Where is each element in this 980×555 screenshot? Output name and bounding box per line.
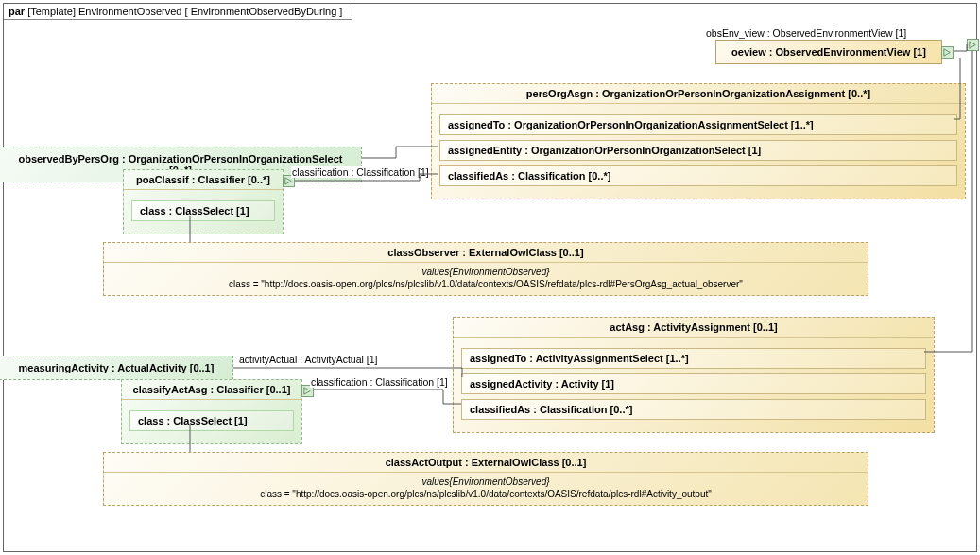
frame-name: EnvironmentObserved bbox=[78, 6, 181, 17]
obs-env-view-port bbox=[967, 39, 979, 51]
pers-org-asgn-classified-as: classifiedAs : Classification [0..*] bbox=[439, 165, 957, 186]
classification-label-1: classification : Classification [1] bbox=[291, 166, 430, 178]
class-observer-title: classObserver : ExternalOwlClass [0..1] bbox=[104, 243, 868, 263]
class-act-output-tag: values{EnvironmentObserved} bbox=[112, 477, 860, 487]
act-asg-block: actAsg : ActivityAssignment [0..1] assig… bbox=[453, 317, 935, 433]
pers-org-asgn-assigned-to: assignedTo : OrganizationOrPersonInOrgan… bbox=[439, 114, 957, 135]
class-act-output-title: classActOutput : ExternalOwlClass [0..1] bbox=[104, 453, 868, 473]
frame-group: [Template] bbox=[27, 6, 76, 17]
pers-org-asgn-title: persOrgAsgn : OrganizationOrPersonInOrga… bbox=[432, 84, 965, 104]
oeview-label: oeview : ObservedEnvironmentView [1] bbox=[731, 46, 926, 58]
pers-org-asgn-block: persOrgAsgn : OrganizationOrPersonInOrga… bbox=[431, 83, 966, 199]
measuring-activity-label: measuringActivity : ActualActivity [0..1… bbox=[19, 362, 215, 373]
activity-actual-label: activityActual : ActivityActual [1] bbox=[238, 354, 378, 365]
obs-env-view-port-label: obsEnv_view : ObservedEnvironmentView [1… bbox=[705, 27, 907, 39]
frame-header: par [Template] EnvironmentObserved [ Env… bbox=[4, 4, 352, 20]
measuring-activity-block: measuringActivity : ActualActivity [0..1… bbox=[0, 356, 233, 380]
frame-kind: par bbox=[9, 6, 25, 17]
frame-spec: [ EnvironmentObservedByDuring ] bbox=[185, 6, 343, 17]
poa-classif-class: class : ClassSelect [1] bbox=[131, 200, 275, 221]
poa-classif-block: poaClassif : Classifier [0..*] class : C… bbox=[123, 169, 284, 234]
class-act-output-value: class = "http://docs.oasis-open.org/plcs… bbox=[260, 489, 712, 499]
classification-label-2: classification : Classification [1] bbox=[310, 376, 449, 388]
oeview-block: oeview : ObservedEnvironmentView [1] bbox=[715, 40, 942, 64]
class-observer-value: class = "http://docs.oasis-open.org/plcs… bbox=[229, 279, 743, 289]
act-asg-title: actAsg : ActivityAssignment [0..1] bbox=[454, 318, 934, 338]
pers-org-asgn-assigned-entity: assignedEntity : OrganizationOrPersonInO… bbox=[439, 140, 957, 161]
class-act-output-block: classActOutput : ExternalOwlClass [0..1]… bbox=[103, 452, 868, 506]
parametric-frame: par [Template] EnvironmentObserved [ Env… bbox=[3, 3, 977, 552]
classify-act-asg-block: classifyActAsg : Classifier [0..1] class… bbox=[121, 379, 302, 444]
act-asg-assigned-activity: assignedActivity : Activity [1] bbox=[461, 373, 926, 394]
oeview-port-right bbox=[941, 46, 954, 59]
act-asg-assigned-to: assignedTo : ActivityAssignmentSelect [1… bbox=[461, 348, 926, 369]
class-observer-tag: values{EnvironmentObserved} bbox=[112, 267, 860, 277]
class-observer-block: classObserver : ExternalOwlClass [0..1] … bbox=[103, 242, 868, 296]
poa-classif-title: poaClassif : Classifier [0..*] bbox=[124, 170, 283, 190]
classify-act-asg-title: classifyActAsg : Classifier [0..1] bbox=[122, 380, 301, 400]
act-asg-classified-as: classifiedAs : Classification [0..*] bbox=[461, 399, 926, 420]
classify-act-asg-class: class : ClassSelect [1] bbox=[129, 410, 294, 431]
